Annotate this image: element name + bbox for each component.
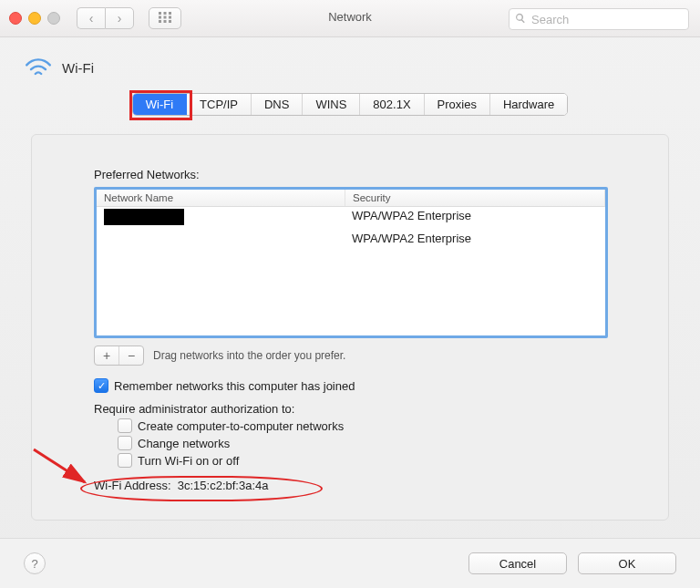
wifi-icon [24, 54, 53, 82]
redacted-network-name [104, 209, 184, 225]
tab-proxies[interactable]: Proxies [425, 94, 490, 115]
remember-networks-row[interactable]: Remember networks this computer has join… [94, 378, 606, 393]
table-row[interactable]: WPA/WPA2 Enterprise [97, 230, 605, 247]
minus-icon: − [128, 348, 135, 363]
chevron-right-icon: › [118, 11, 122, 26]
nav-buttons: ‹ › [77, 7, 134, 29]
remove-network-button[interactable]: − [119, 346, 143, 365]
svg-rect-1 [164, 12, 167, 15]
svg-rect-6 [159, 20, 161, 23]
network-prefs-window: ‹ › Network Search Wi-Fi Wi-FiTCP/IPDNSW… [0, 0, 700, 588]
admin-option-row[interactable]: Change networks [118, 436, 606, 450]
svg-rect-4 [164, 15, 167, 18]
preferred-networks-label: Preferred Networks: [94, 168, 606, 181]
admin-option-checkbox[interactable] [118, 436, 132, 450]
svg-rect-2 [169, 12, 171, 15]
tab-wi-fi[interactable]: Wi-Fi [133, 94, 187, 115]
cell-name [97, 207, 345, 230]
admin-option-label: Change networks [138, 437, 230, 450]
tab-hardware[interactable]: Hardware [490, 94, 567, 115]
wifi-address-value: 3c:15:c2:bf:3a:4a [178, 479, 269, 492]
svg-rect-7 [164, 20, 167, 23]
wifi-address-label: Wi-Fi Address: [94, 479, 171, 492]
require-admin-label: Require administrator authorization to: [94, 402, 606, 416]
svg-rect-0 [159, 12, 161, 15]
search-icon [515, 13, 526, 26]
back-button[interactable]: ‹ [77, 7, 105, 29]
wifi-settings-panel: Preferred Networks: Network Name Securit… [31, 134, 669, 521]
window-controls [9, 12, 60, 25]
column-header-name[interactable]: Network Name [97, 190, 345, 206]
admin-option-checkbox[interactable] [118, 453, 132, 468]
svg-rect-3 [159, 15, 161, 18]
chevron-left-icon: ‹ [89, 11, 94, 26]
tab-dns[interactable]: DNS [252, 94, 303, 115]
cell-security: WPA/WPA2 Enterprise [345, 230, 605, 247]
bottom-bar: ? Cancel OK [0, 538, 700, 588]
remember-networks-label: Remember networks this computer has join… [114, 379, 355, 393]
drag-hint: Drag networks into the order you prefer. [153, 349, 345, 362]
cell-name [97, 230, 345, 247]
preferred-networks-table[interactable]: Network Name Security WPA/WPA2 Enterpris… [94, 187, 608, 338]
svg-rect-8 [169, 20, 171, 23]
ok-button[interactable]: OK [578, 552, 676, 574]
add-network-button[interactable]: + [95, 346, 119, 365]
admin-option-label: Create computer-to-computer networks [138, 419, 344, 433]
admin-option-checkbox[interactable] [118, 418, 132, 433]
tabs-bar: Wi-FiTCP/IPDNSWINS802.1XProxiesHardware [0, 93, 700, 116]
admin-option-label: Turn Wi-Fi on or off [138, 454, 239, 468]
grid-icon [159, 12, 171, 26]
close-window-button[interactable] [9, 12, 22, 25]
content-header: Wi-Fi [0, 37, 700, 89]
admin-option-row[interactable]: Turn Wi-Fi on or off [118, 453, 606, 468]
plus-icon: + [103, 348, 110, 363]
help-icon: ? [31, 557, 37, 571]
cell-security: WPA/WPA2 Enterprise [345, 207, 605, 230]
tab-wins[interactable]: WINS [303, 94, 360, 115]
admin-option-row[interactable]: Create computer-to-computer networks [118, 418, 606, 433]
interface-title: Wi-Fi [62, 60, 94, 76]
column-header-security[interactable]: Security [345, 190, 605, 206]
table-header: Network Name Security [97, 190, 605, 207]
search-input[interactable]: Search [509, 8, 689, 30]
tab-tcp-ip[interactable]: TCP/IP [187, 94, 252, 115]
help-button[interactable]: ? [24, 552, 46, 574]
forward-button[interactable]: › [105, 7, 134, 29]
show-all-button[interactable] [149, 7, 181, 29]
titlebar: ‹ › Network Search [0, 0, 700, 37]
wifi-address-row: Wi-Fi Address: 3c:15:c2:bf:3a:4a [94, 479, 606, 492]
table-row[interactable]: WPA/WPA2 Enterprise [97, 207, 605, 230]
add-remove-bar: + − Drag networks into the order you pre… [94, 346, 606, 366]
cancel-button[interactable]: Cancel [468, 552, 567, 574]
zoom-window-button[interactable] [47, 12, 60, 25]
tab-802-1x[interactable]: 802.1X [360, 94, 424, 115]
minimize-window-button[interactable] [28, 12, 41, 25]
remember-networks-checkbox[interactable] [94, 378, 108, 393]
svg-rect-5 [169, 15, 171, 18]
search-placeholder: Search [531, 13, 569, 26]
